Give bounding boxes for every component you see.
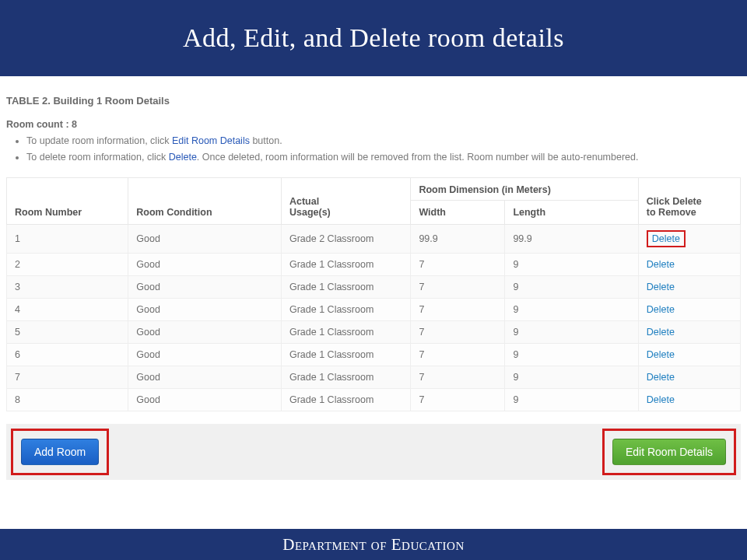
table-cell: 3 xyxy=(7,275,128,298)
delete-link[interactable]: Delete xyxy=(647,230,686,247)
table-cell-delete: Delete xyxy=(638,366,740,388)
col-room-number: Room Number xyxy=(7,177,128,224)
col-delete: Click Delete to Remove xyxy=(638,177,740,224)
table-cell: 7 xyxy=(411,343,505,366)
table-cell: Good xyxy=(128,366,282,388)
instruction-list: To update room information, click Edit R… xyxy=(6,133,741,166)
table-cell: 9 xyxy=(505,298,638,320)
delete-inline-link[interactable]: Delete xyxy=(169,152,197,163)
table-cell: 99.9 xyxy=(505,224,638,253)
instr-text: . Once deleted, room information will be… xyxy=(197,152,639,163)
table-cell: Grade 2 Classroom xyxy=(281,224,410,253)
table-row: 6GoodGrade 1 Classroom79Delete xyxy=(7,343,741,366)
delete-link[interactable]: Delete xyxy=(647,282,675,292)
table-heading: TABLE 2. Building 1 Room Details xyxy=(6,95,741,107)
page-banner: Add, Edit, and Delete room details xyxy=(0,0,747,76)
table-cell: Grade 1 Classroom xyxy=(281,366,410,388)
table-cell-delete: Delete xyxy=(638,275,740,298)
table-cell: 9 xyxy=(505,388,638,411)
table-cell: Good xyxy=(128,298,282,320)
main-content: TABLE 2. Building 1 Room Details Room co… xyxy=(0,76,747,480)
col-actual-usage: Actual Usage(s) xyxy=(281,177,410,224)
col-length: Length xyxy=(505,200,638,224)
delete-link[interactable]: Delete xyxy=(647,372,675,383)
table-cell: 8 xyxy=(7,388,128,411)
table-cell: 7 xyxy=(411,388,505,411)
table-cell: 7 xyxy=(411,298,505,320)
table-row: 1GoodGrade 2 Classroom99.999.9Delete xyxy=(7,224,741,253)
instr-text: button. xyxy=(250,135,282,146)
edit-room-details-button[interactable]: Edit Room Details xyxy=(612,439,726,465)
edit-room-details-inline-link[interactable]: Edit Room Details xyxy=(172,135,250,146)
table-row: 7GoodGrade 1 Classroom79Delete xyxy=(7,366,741,388)
delete-link[interactable]: Delete xyxy=(647,349,675,360)
table-cell: Grade 1 Classroom xyxy=(281,298,410,320)
delete-link[interactable]: Delete xyxy=(647,394,675,405)
table-cell: 6 xyxy=(7,343,128,366)
col-width: Width xyxy=(411,200,505,224)
table-cell: 7 xyxy=(411,320,505,343)
col-dimension-group: Room Dimension (in Meters) xyxy=(411,177,638,200)
table-cell: Grade 1 Classroom xyxy=(281,275,410,298)
col-delete-l1: Click Delete xyxy=(647,196,732,207)
delete-link[interactable]: Delete xyxy=(647,304,675,315)
action-bar: Add Room Edit Room Details xyxy=(6,424,741,480)
table-cell: 99.9 xyxy=(411,224,505,253)
table-cell: 5 xyxy=(7,320,128,343)
table-cell-delete: Delete xyxy=(638,253,740,275)
table-cell: 7 xyxy=(7,366,128,388)
table-cell-delete: Delete xyxy=(638,320,740,343)
table-row: 2GoodGrade 1 Classroom79Delete xyxy=(7,253,741,275)
table-cell-delete: Delete xyxy=(638,343,740,366)
instr-text: To delete room information, click xyxy=(26,152,169,163)
table-cell: Good xyxy=(128,320,282,343)
table-cell: 9 xyxy=(505,275,638,298)
table-row: 4GoodGrade 1 Classroom79Delete xyxy=(7,298,741,320)
table-cell: 9 xyxy=(505,320,638,343)
table-row: 8GoodGrade 1 Classroom79Delete xyxy=(7,388,741,411)
delete-link[interactable]: Delete xyxy=(647,327,675,338)
table-cell: Good xyxy=(128,224,282,253)
instruction-delete: To delete room information, click Delete… xyxy=(26,149,741,166)
footer-text: Department of Education xyxy=(282,535,465,555)
table-cell-delete: Delete xyxy=(638,388,740,411)
table-cell: Good xyxy=(128,253,282,275)
instruction-update: To update room information, click Edit R… xyxy=(26,133,741,149)
table-cell: 7 xyxy=(411,275,505,298)
instr-text: To update room information, click xyxy=(26,135,172,146)
table-cell: 1 xyxy=(7,224,128,253)
table-cell: Grade 1 Classroom xyxy=(281,388,410,411)
table-row: 3GoodGrade 1 Classroom79Delete xyxy=(7,275,741,298)
table-cell: Good xyxy=(128,275,282,298)
add-room-button[interactable]: Add Room xyxy=(21,439,99,465)
table-cell: 2 xyxy=(7,253,128,275)
delete-link[interactable]: Delete xyxy=(647,259,675,270)
table-cell: Grade 1 Classroom xyxy=(281,253,410,275)
col-actual-usage-l2: Usage(s) xyxy=(289,207,402,218)
add-room-highlight: Add Room xyxy=(11,429,109,475)
table-cell: 7 xyxy=(411,253,505,275)
room-count: Room count : 8 xyxy=(6,119,741,130)
col-room-condition: Room Condition xyxy=(128,177,282,224)
col-delete-l2: to Remove xyxy=(647,207,732,218)
table-cell: Good xyxy=(128,388,282,411)
table-row: 5GoodGrade 1 Classroom79Delete xyxy=(7,320,741,343)
table-cell: Good xyxy=(128,343,282,366)
page-footer: Department of Education xyxy=(0,529,747,560)
table-cell-delete: Delete xyxy=(638,298,740,320)
col-actual-usage-l1: Actual xyxy=(289,196,402,207)
room-table: Room Number Room Condition Actual Usage(… xyxy=(6,177,741,411)
table-cell: 9 xyxy=(505,343,638,366)
table-cell: 7 xyxy=(411,366,505,388)
table-cell: 9 xyxy=(505,366,638,388)
page-title: Add, Edit, and Delete room details xyxy=(183,23,564,53)
edit-room-highlight: Edit Room Details xyxy=(602,429,736,475)
table-cell-delete: Delete xyxy=(638,224,740,253)
table-cell: 4 xyxy=(7,298,128,320)
table-cell: Grade 1 Classroom xyxy=(281,320,410,343)
table-cell: 9 xyxy=(505,253,638,275)
table-cell: Grade 1 Classroom xyxy=(281,343,410,366)
